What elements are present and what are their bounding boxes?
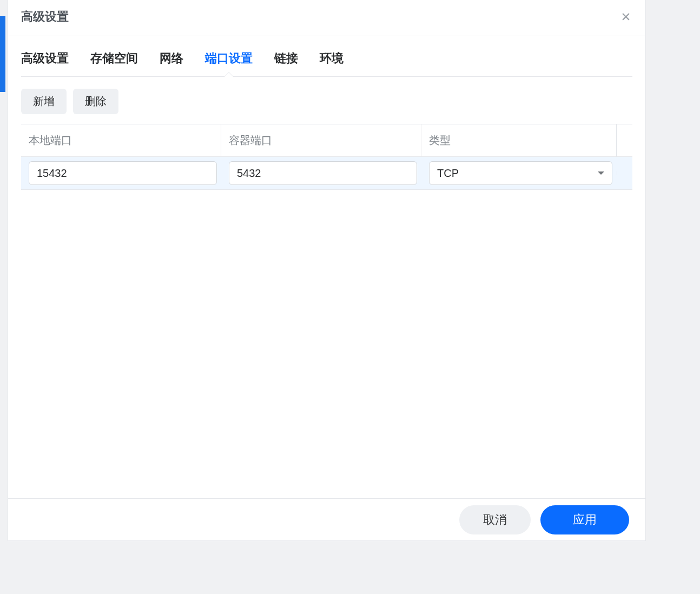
type-select[interactable]: TCP bbox=[429, 161, 612, 185]
delete-button[interactable]: 删除 bbox=[73, 89, 118, 114]
tab-advanced-settings[interactable]: 高级设置 bbox=[21, 50, 69, 76]
type-select-value: TCP bbox=[437, 167, 459, 180]
chevron-down-icon bbox=[598, 171, 604, 175]
tab-network[interactable]: 网络 bbox=[160, 50, 183, 76]
dialog-title: 高级设置 bbox=[21, 9, 69, 25]
tab-bar: 高级设置 存储空间 网络 端口设置 链接 环境 bbox=[21, 36, 632, 77]
tab-links[interactable]: 链接 bbox=[274, 50, 298, 76]
apply-button[interactable]: 应用 bbox=[540, 505, 629, 534]
background-accent bbox=[0, 16, 5, 92]
table-header-row: 本地端口 容器端口 类型 bbox=[21, 124, 632, 157]
toolbar: 新增 删除 bbox=[8, 77, 645, 124]
port-table: 本地端口 容器端口 类型 TCP bbox=[21, 124, 632, 190]
add-button[interactable]: 新增 bbox=[21, 89, 67, 114]
container-port-input[interactable] bbox=[229, 161, 417, 185]
table-row[interactable]: TCP bbox=[21, 157, 632, 190]
tab-environment[interactable]: 环境 bbox=[320, 50, 344, 76]
cancel-button[interactable]: 取消 bbox=[459, 505, 531, 534]
advanced-settings-dialog: 高级设置 高级设置 存储空间 网络 端口设置 链接 环境 新增 删除 本地端口 … bbox=[8, 0, 646, 541]
dialog-header: 高级设置 bbox=[8, 0, 645, 36]
tab-storage[interactable]: 存储空间 bbox=[90, 50, 138, 76]
tab-port-settings[interactable]: 端口设置 bbox=[205, 50, 253, 76]
column-header-local-port: 本地端口 bbox=[21, 124, 221, 156]
dialog-footer: 取消 应用 bbox=[8, 498, 645, 540]
close-icon[interactable] bbox=[619, 10, 632, 23]
column-header-type: 类型 bbox=[421, 124, 617, 156]
column-header-spacer bbox=[617, 124, 632, 156]
local-port-input[interactable] bbox=[29, 161, 217, 185]
column-header-container-port: 容器端口 bbox=[221, 124, 421, 156]
